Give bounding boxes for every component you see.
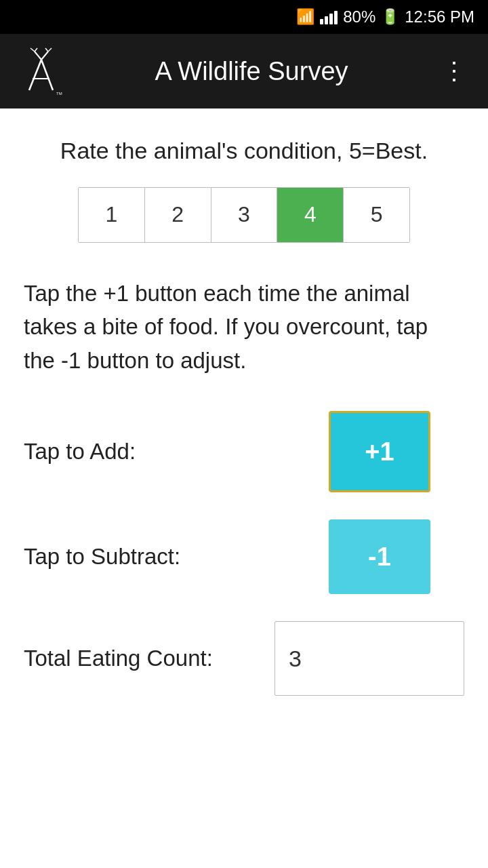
- total-count-display: 3: [274, 621, 464, 696]
- main-content: Rate the animal's condition, 5=Best. 1 2…: [0, 108, 488, 868]
- signal-icon: [320, 9, 338, 24]
- tap-add-label: Tap to Add:: [24, 439, 329, 465]
- clock: 12:56 PM: [405, 7, 474, 26]
- app-bar: TM A Wildlife Survey ⋮: [0, 34, 488, 108]
- total-row: Total Eating Count: 3: [24, 621, 464, 696]
- overflow-menu-button[interactable]: ⋮: [435, 50, 474, 92]
- battery-icon: 🔋: [381, 8, 399, 26]
- svg-rect-0: [16, 46, 66, 97]
- app-title: A Wildlife Survey: [68, 57, 435, 86]
- status-icons: 📶 80% 🔋 12:56 PM: [296, 7, 474, 26]
- rating-cell-5[interactable]: 5: [344, 188, 409, 242]
- instructions-text: Tap the +1 button each time the animal t…: [24, 277, 464, 378]
- subtract-button[interactable]: -1: [329, 519, 430, 594]
- status-bar: 📶 80% 🔋 12:56 PM: [0, 0, 488, 34]
- subtract-row: Tap to Subtract: -1: [24, 519, 464, 594]
- battery-percent: 80%: [343, 7, 375, 26]
- add-row: Tap to Add: +1: [24, 411, 464, 492]
- rating-cell-1[interactable]: 1: [79, 188, 145, 242]
- add-button[interactable]: +1: [329, 411, 430, 492]
- svg-text:TM: TM: [56, 92, 62, 96]
- rating-cell-2[interactable]: 2: [145, 188, 211, 242]
- app-logo: TM: [14, 44, 68, 98]
- wifi-icon: 📶: [296, 8, 314, 26]
- tap-subtract-label: Tap to Subtract:: [24, 544, 329, 570]
- rating-cell-3[interactable]: 3: [211, 188, 278, 242]
- logo-svg: TM: [16, 46, 66, 97]
- rating-cell-4[interactable]: 4: [277, 188, 344, 242]
- total-label: Total Eating Count:: [24, 644, 274, 673]
- rating-label: Rate the animal's condition, 5=Best.: [24, 136, 464, 167]
- rating-grid: 1 2 3 4 5: [78, 187, 410, 243]
